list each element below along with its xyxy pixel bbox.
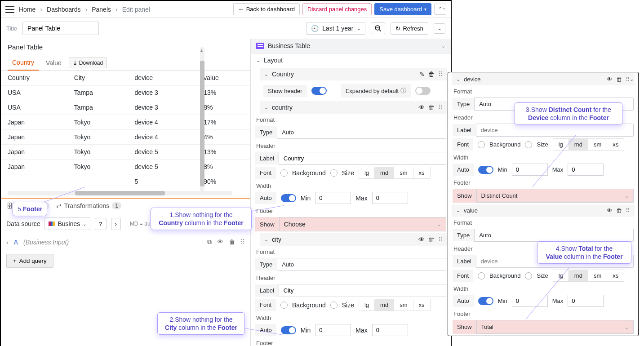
chevron-down-icon[interactable]: ⌄: [264, 105, 268, 111]
show-header-toggle[interactable]: [311, 87, 327, 95]
tab-country[interactable]: Country: [8, 55, 39, 71]
menu-burger-icon[interactable]: [5, 6, 14, 13]
table-row: JapanTokyodevice 44%: [1, 130, 250, 145]
table-header[interactable]: City: [67, 71, 128, 85]
refresh-interval-button[interactable]: ⌄: [434, 23, 445, 34]
header-label-input-country[interactable]: [279, 152, 446, 165]
tab-transformations[interactable]: ⇄Transformations1: [56, 202, 121, 209]
min-width-input[interactable]: [512, 295, 548, 307]
min-width-input[interactable]: [315, 324, 351, 336]
eye-icon[interactable]: 👁: [607, 207, 613, 214]
query-ref[interactable]: A: [14, 239, 18, 246]
trash-icon[interactable]: 🗑: [428, 104, 435, 111]
size-segmented[interactable]: lgmdsmxs: [553, 270, 625, 282]
breadcrumb-home[interactable]: Home: [17, 5, 37, 14]
eye-icon[interactable]: 👁: [217, 238, 223, 246]
type-select-city[interactable]: Auto⌄: [277, 258, 446, 271]
panel-title-input[interactable]: [22, 22, 99, 35]
type-select-value[interactable]: Auto⌄: [474, 229, 634, 242]
auto-width-toggle[interactable]: [281, 326, 296, 334]
footer-show-select-country[interactable]: Choose⌄: [279, 217, 446, 231]
refresh-button[interactable]: ↻ Refresh: [391, 22, 428, 35]
drag-handle-icon[interactable]: ⠿: [438, 104, 443, 111]
breadcrumb-dashboards[interactable]: Dashboards: [45, 5, 83, 14]
size-segmented[interactable]: lgmdsmxs: [359, 167, 431, 179]
background-color-radio[interactable]: [330, 169, 338, 177]
table-cell: device 3: [128, 100, 197, 115]
max-width-input[interactable]: [568, 164, 604, 176]
eye-icon[interactable]: 👁: [607, 76, 613, 83]
chevron-down-icon[interactable]: ⌄: [456, 208, 460, 213]
auto-width-toggle[interactable]: [281, 194, 296, 202]
drag-handle-icon[interactable]: ⠿: [438, 71, 443, 78]
font-color-radio[interactable]: [280, 169, 288, 177]
svg-line-1: [379, 30, 381, 31]
vertical-scrollbar[interactable]: ▴ ▾: [200, 47, 204, 191]
drag-handle-icon[interactable]: ⠿: [240, 238, 245, 246]
background-color-radio[interactable]: [525, 272, 532, 279]
tab-value[interactable]: Value: [41, 56, 66, 70]
discard-button[interactable]: Discard panel changes: [302, 3, 372, 15]
drag-handle-icon[interactable]: ⠿: [438, 236, 443, 243]
breadcrumb-panels[interactable]: Panels: [90, 5, 113, 14]
chevron-up-icon: ⌃: [438, 6, 442, 12]
trash-icon[interactable]: 🗑: [616, 76, 622, 83]
background-color-radio[interactable]: [330, 302, 338, 309]
datasource-expand-button[interactable]: ›: [111, 218, 121, 230]
header-label-input-city[interactable]: [279, 284, 446, 297]
scrollbar-thumb[interactable]: [75, 191, 165, 195]
size-segmented[interactable]: lgmdsmxs: [359, 299, 431, 311]
horizontal-scrollbar[interactable]: [8, 191, 232, 195]
chevron-down-icon[interactable]: ⌄: [264, 237, 268, 243]
chevron-down-icon[interactable]: ⌄: [456, 76, 460, 82]
header-label-input-device[interactable]: [476, 124, 634, 137]
chevron-right-icon[interactable]: ›: [6, 239, 9, 246]
edit-icon[interactable]: ✎: [419, 71, 425, 78]
copy-icon[interactable]: ⧉: [207, 238, 212, 246]
table-header[interactable]: Country: [1, 71, 67, 85]
trash-icon[interactable]: 🗑: [616, 207, 622, 214]
download-button[interactable]: ⤓Download: [69, 58, 107, 68]
background-color-radio[interactable]: [525, 141, 532, 148]
min-width-input[interactable]: [315, 192, 351, 204]
table-cell: Japan: [1, 160, 67, 174]
scrollbar-thumb[interactable]: [200, 61, 204, 186]
label-label: Label: [255, 152, 279, 164]
font-color-radio[interactable]: [280, 302, 288, 309]
visualization-name[interactable]: Business Table: [268, 42, 310, 49]
font-color-radio[interactable]: [478, 141, 485, 148]
zoom-out-button[interactable]: [371, 22, 385, 34]
table-header[interactable]: device: [128, 71, 197, 85]
add-query-button[interactable]: +Add query: [6, 254, 53, 268]
max-width-input[interactable]: [372, 192, 408, 204]
drag-handle-icon[interactable]: ⠿: [626, 207, 630, 214]
trash-icon[interactable]: 🗑: [229, 238, 235, 246]
auto-width-toggle[interactable]: [478, 297, 493, 305]
footer-show-select-value[interactable]: Total⌄: [476, 320, 634, 334]
eye-icon[interactable]: 👁: [418, 236, 425, 243]
table-cell: Tokyo: [67, 130, 128, 145]
chevron-down-icon[interactable]: ⌄: [264, 71, 268, 77]
footer-label: Footer: [448, 309, 638, 318]
auto-width-toggle[interactable]: [478, 166, 493, 174]
chevron-down-icon[interactable]: ⌄: [441, 43, 445, 49]
footer-show-select-device[interactable]: Distinct Count⌄: [476, 189, 634, 203]
type-select-country[interactable]: Auto⌄: [277, 126, 446, 139]
font-color-radio[interactable]: [478, 272, 485, 279]
save-dashboard-button[interactable]: Save dashboard ▾: [374, 3, 431, 15]
eye-icon[interactable]: 👁: [418, 104, 425, 111]
max-width-input[interactable]: [372, 324, 408, 336]
scroll-up-icon[interactable]: ▴: [200, 48, 203, 53]
trash-icon[interactable]: 🗑: [428, 236, 435, 243]
back-to-dashboard-button[interactable]: ← Back to dashboard: [233, 3, 300, 15]
expanded-default-toggle[interactable]: [415, 87, 431, 95]
trash-icon[interactable]: 🗑: [428, 71, 435, 78]
info-icon[interactable]: ⓘ: [400, 87, 406, 95]
chevron-down-icon[interactable]: ⌄: [256, 58, 260, 63]
table-cell: 13%: [197, 145, 250, 160]
max-width-input[interactable]: [568, 295, 604, 307]
datasource-select[interactable]: Busines⌄: [44, 217, 90, 230]
datasource-help-button[interactable]: ?: [95, 218, 106, 230]
time-range-picker[interactable]: 🕘 Last 1 year ⌄: [306, 22, 365, 35]
table-header[interactable]: value: [197, 71, 250, 85]
